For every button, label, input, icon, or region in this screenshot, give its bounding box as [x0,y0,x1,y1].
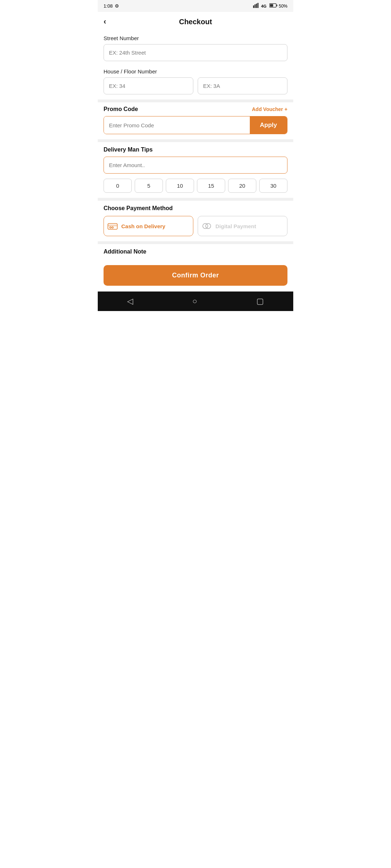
promo-input-row: Apply [104,116,287,134]
nav-home-icon[interactable]: ○ [192,297,197,306]
divider-1 [98,99,293,102]
tip-20[interactable]: 20 [228,179,256,193]
promo-code-section: Promo Code Add Voucher + Apply [98,102,293,139]
tip-30[interactable]: 30 [259,179,287,193]
digital-payment-icon [202,222,212,230]
status-bar: 1:08 ⚙ 4G 50% [98,0,293,12]
svg-rect-3 [257,3,258,8]
payment-options-row: Cash on Delivery Digital Payment [104,216,287,236]
tip-10[interactable]: 10 [166,179,194,193]
promo-header-row: Promo Code Add Voucher + [104,106,287,112]
promo-code-input[interactable] [104,116,250,134]
divider-2 [98,139,293,142]
payment-section: Choose Payment Method Cash on Delivery D [98,201,293,241]
digital-payment-text: Digital Payment [215,223,256,229]
digital-payment-option[interactable]: Digital Payment [198,216,287,236]
additional-note-section: Additional Note [98,244,293,261]
floor-number-input[interactable] [198,77,287,94]
back-button[interactable]: ‹ [104,17,106,26]
add-voucher-plus-icon: + [285,106,287,112]
cod-text: Cash on Delivery [121,223,165,229]
tip-amount-options: 0 5 10 15 20 30 [104,179,287,193]
delivery-tips-section: Delivery Man Tips 0 5 10 15 20 30 [98,142,293,198]
additional-note-label: Additional Note [104,248,287,255]
svg-point-11 [203,224,208,229]
settings-icon: ⚙ [115,3,119,9]
add-voucher-text: Add Voucher [252,106,283,112]
header: ‹ Checkout [98,12,293,31]
cash-on-delivery-option[interactable]: Cash on Delivery [104,216,193,236]
tip-15[interactable]: 15 [197,179,225,193]
confirm-order-button[interactable]: Confirm Order [104,265,287,286]
add-voucher-button[interactable]: Add Voucher + [252,106,287,112]
svg-rect-8 [108,225,117,226]
page-title: Checkout [179,18,212,26]
svg-rect-2 [256,4,257,8]
house-number-input[interactable] [104,77,193,94]
svg-rect-1 [255,4,256,8]
svg-rect-5 [270,4,273,7]
tip-5[interactable]: 5 [135,179,163,193]
nav-back-icon[interactable]: ◁ [127,297,133,306]
time-display: 1:08 [104,3,113,9]
svg-rect-0 [253,5,254,8]
navigation-bar: ◁ ○ ▢ [98,292,293,311]
network-icon [253,3,260,9]
network-type: 4G [261,4,266,8]
tip-0[interactable]: 0 [104,179,132,193]
payment-method-label: Choose Payment Method [104,205,287,212]
svg-point-10 [112,227,113,228]
svg-rect-6 [277,5,277,7]
promo-code-label: Promo Code [104,106,138,112]
cod-icon [108,222,118,230]
tips-amount-input[interactable] [104,157,287,174]
svg-point-12 [206,224,211,229]
house-floor-label: House / Floor Number [104,68,287,75]
battery-icon [269,3,277,9]
delivery-tips-label: Delivery Man Tips [104,146,287,153]
divider-3 [98,198,293,201]
house-floor-section: House / Floor Number [98,66,293,99]
battery-percent: 50% [279,4,287,9]
apply-button[interactable]: Apply [250,116,287,134]
divider-4 [98,241,293,244]
svg-point-9 [110,227,111,228]
street-number-label: Street Number [104,35,287,41]
street-number-section: Street Number [98,31,293,66]
confirm-section: Confirm Order [98,261,293,292]
street-number-input[interactable] [104,44,287,61]
nav-recents-icon[interactable]: ▢ [256,297,264,306]
house-floor-inputs [104,77,287,94]
